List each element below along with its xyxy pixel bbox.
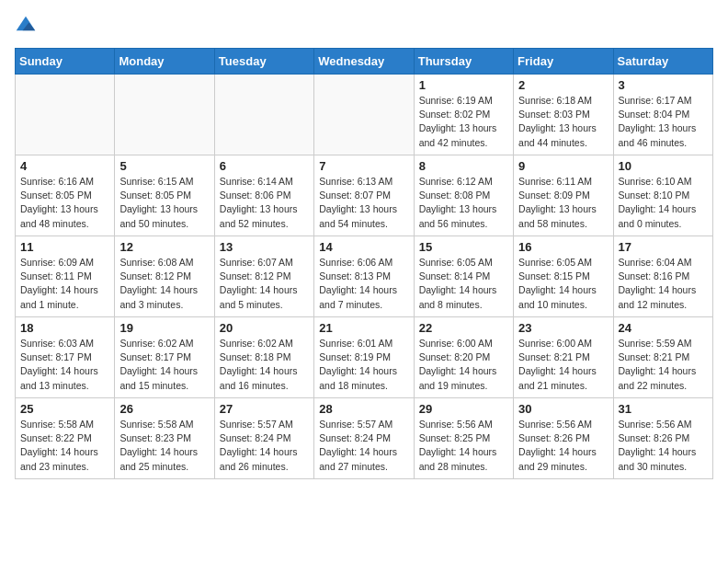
day-info: Sunrise: 5:59 AMSunset: 8:21 PMDaylight:…: [619, 337, 708, 393]
day-number: 8: [419, 159, 508, 173]
weekday-header-sunday: Sunday: [16, 49, 115, 75]
day-number: 16: [518, 240, 608, 254]
calendar-cell: 17Sunrise: 6:04 AMSunset: 8:16 PMDayligh…: [613, 236, 712, 317]
day-info: Sunrise: 6:18 AMSunset: 8:03 PMDaylight:…: [518, 94, 608, 150]
day-info: Sunrise: 6:05 AMSunset: 8:15 PMDaylight:…: [518, 256, 608, 312]
calendar-cell: 27Sunrise: 5:57 AMSunset: 8:24 PMDayligh…: [214, 398, 313, 479]
day-info: Sunrise: 6:02 AMSunset: 8:18 PMDaylight:…: [220, 337, 309, 393]
calendar-cell: 8Sunrise: 6:12 AMSunset: 8:08 PMDaylight…: [414, 155, 513, 236]
day-info: Sunrise: 6:11 AMSunset: 8:09 PMDaylight:…: [518, 175, 608, 231]
day-number: 7: [319, 159, 408, 173]
day-number: 18: [20, 321, 109, 335]
day-number: 1: [419, 78, 508, 92]
day-number: 6: [220, 159, 309, 173]
day-info: Sunrise: 5:58 AMSunset: 8:22 PMDaylight:…: [20, 418, 109, 474]
day-info: Sunrise: 6:03 AMSunset: 8:17 PMDaylight:…: [20, 337, 109, 393]
weekday-header-monday: Monday: [115, 49, 214, 75]
day-info: Sunrise: 6:02 AMSunset: 8:17 PMDaylight:…: [119, 337, 209, 393]
day-number: 22: [419, 321, 508, 335]
day-info: Sunrise: 6:15 AMSunset: 8:05 PMDaylight:…: [119, 175, 209, 231]
day-number: 29: [419, 402, 508, 416]
calendar-cell: 14Sunrise: 6:06 AMSunset: 8:13 PMDayligh…: [314, 236, 414, 317]
calendar-cell: [214, 75, 313, 155]
day-number: 23: [518, 321, 608, 335]
day-info: Sunrise: 6:00 AMSunset: 8:20 PMDaylight:…: [419, 337, 508, 393]
weekday-header-wednesday: Wednesday: [314, 49, 414, 75]
day-number: 21: [319, 321, 408, 335]
calendar-cell: 6Sunrise: 6:14 AMSunset: 8:06 PMDaylight…: [214, 155, 313, 236]
day-info: Sunrise: 6:17 AMSunset: 8:04 PMDaylight:…: [619, 94, 708, 150]
day-info: Sunrise: 6:06 AMSunset: 8:13 PMDaylight:…: [319, 256, 408, 312]
calendar-cell: 15Sunrise: 6:05 AMSunset: 8:14 PMDayligh…: [414, 236, 513, 317]
day-info: Sunrise: 6:09 AMSunset: 8:11 PMDaylight:…: [20, 256, 109, 312]
day-number: 26: [119, 402, 209, 416]
day-info: Sunrise: 5:57 AMSunset: 8:24 PMDaylight:…: [319, 418, 408, 474]
day-info: Sunrise: 6:01 AMSunset: 8:19 PMDaylight:…: [319, 337, 408, 393]
calendar-cell: 18Sunrise: 6:03 AMSunset: 8:17 PMDayligh…: [16, 317, 115, 398]
day-number: 25: [20, 402, 109, 416]
day-info: Sunrise: 6:04 AMSunset: 8:16 PMDaylight:…: [619, 256, 708, 312]
calendar-cell: [115, 75, 214, 155]
week-row-1: 1Sunrise: 6:19 AMSunset: 8:02 PMDaylight…: [16, 75, 713, 155]
page-header: [15, 15, 713, 37]
calendar-cell: 20Sunrise: 6:02 AMSunset: 8:18 PMDayligh…: [214, 317, 313, 398]
weekday-header-friday: Friday: [514, 49, 613, 75]
day-info: Sunrise: 6:14 AMSunset: 8:06 PMDaylight:…: [220, 175, 309, 231]
day-info: Sunrise: 6:16 AMSunset: 8:05 PMDaylight:…: [20, 175, 109, 231]
calendar-cell: 1Sunrise: 6:19 AMSunset: 8:02 PMDaylight…: [414, 75, 513, 155]
week-row-4: 18Sunrise: 6:03 AMSunset: 8:17 PMDayligh…: [16, 317, 713, 398]
logo-icon: [15, 15, 37, 37]
day-number: 5: [119, 159, 209, 173]
calendar-cell: 7Sunrise: 6:13 AMSunset: 8:07 PMDaylight…: [314, 155, 414, 236]
day-number: 10: [619, 159, 708, 173]
day-number: 4: [20, 159, 109, 173]
calendar-cell: 13Sunrise: 6:07 AMSunset: 8:12 PMDayligh…: [214, 236, 313, 317]
day-number: 24: [619, 321, 708, 335]
day-number: 17: [619, 240, 708, 254]
calendar-cell: 28Sunrise: 5:57 AMSunset: 8:24 PMDayligh…: [314, 398, 414, 479]
day-info: Sunrise: 6:19 AMSunset: 8:02 PMDaylight:…: [419, 94, 508, 150]
week-row-3: 11Sunrise: 6:09 AMSunset: 8:11 PMDayligh…: [16, 236, 713, 317]
calendar-cell: 5Sunrise: 6:15 AMSunset: 8:05 PMDaylight…: [115, 155, 214, 236]
day-number: 2: [518, 78, 608, 92]
weekday-header-thursday: Thursday: [414, 49, 513, 75]
calendar-cell: 16Sunrise: 6:05 AMSunset: 8:15 PMDayligh…: [514, 236, 613, 317]
day-number: 20: [220, 321, 309, 335]
calendar: SundayMondayTuesdayWednesdayThursdayFrid…: [15, 48, 713, 479]
calendar-cell: 30Sunrise: 5:56 AMSunset: 8:26 PMDayligh…: [514, 398, 613, 479]
calendar-cell: 25Sunrise: 5:58 AMSunset: 8:22 PMDayligh…: [16, 398, 115, 479]
day-info: Sunrise: 6:12 AMSunset: 8:08 PMDaylight:…: [419, 175, 508, 231]
calendar-cell: 4Sunrise: 6:16 AMSunset: 8:05 PMDaylight…: [16, 155, 115, 236]
day-number: 19: [119, 321, 209, 335]
calendar-cell: [314, 75, 414, 155]
calendar-cell: 12Sunrise: 6:08 AMSunset: 8:12 PMDayligh…: [115, 236, 214, 317]
weekday-header-tuesday: Tuesday: [214, 49, 313, 75]
day-number: 11: [20, 240, 109, 254]
day-info: Sunrise: 6:13 AMSunset: 8:07 PMDaylight:…: [319, 175, 408, 231]
day-info: Sunrise: 6:05 AMSunset: 8:14 PMDaylight:…: [419, 256, 508, 312]
day-info: Sunrise: 6:08 AMSunset: 8:12 PMDaylight:…: [119, 256, 209, 312]
calendar-cell: 19Sunrise: 6:02 AMSunset: 8:17 PMDayligh…: [115, 317, 214, 398]
calendar-cell: 11Sunrise: 6:09 AMSunset: 8:11 PMDayligh…: [16, 236, 115, 317]
weekday-header-row: SundayMondayTuesdayWednesdayThursdayFrid…: [16, 49, 713, 75]
day-number: 13: [220, 240, 309, 254]
day-info: Sunrise: 5:58 AMSunset: 8:23 PMDaylight:…: [119, 418, 209, 474]
day-number: 3: [619, 78, 708, 92]
week-row-2: 4Sunrise: 6:16 AMSunset: 8:05 PMDaylight…: [16, 155, 713, 236]
day-number: 14: [319, 240, 408, 254]
day-number: 28: [319, 402, 408, 416]
calendar-cell: 22Sunrise: 6:00 AMSunset: 8:20 PMDayligh…: [414, 317, 513, 398]
calendar-cell: [16, 75, 115, 155]
calendar-cell: 26Sunrise: 5:58 AMSunset: 8:23 PMDayligh…: [115, 398, 214, 479]
day-info: Sunrise: 6:10 AMSunset: 8:10 PMDaylight:…: [619, 175, 708, 231]
calendar-cell: 23Sunrise: 6:00 AMSunset: 8:21 PMDayligh…: [514, 317, 613, 398]
day-number: 30: [518, 402, 608, 416]
day-info: Sunrise: 5:56 AMSunset: 8:26 PMDaylight:…: [518, 418, 608, 474]
day-info: Sunrise: 5:56 AMSunset: 8:26 PMDaylight:…: [619, 418, 708, 474]
day-info: Sunrise: 6:07 AMSunset: 8:12 PMDaylight:…: [220, 256, 309, 312]
calendar-cell: 3Sunrise: 6:17 AMSunset: 8:04 PMDaylight…: [613, 75, 712, 155]
week-row-5: 25Sunrise: 5:58 AMSunset: 8:22 PMDayligh…: [16, 398, 713, 479]
day-number: 31: [619, 402, 708, 416]
logo: [15, 15, 40, 37]
calendar-cell: 31Sunrise: 5:56 AMSunset: 8:26 PMDayligh…: [613, 398, 712, 479]
